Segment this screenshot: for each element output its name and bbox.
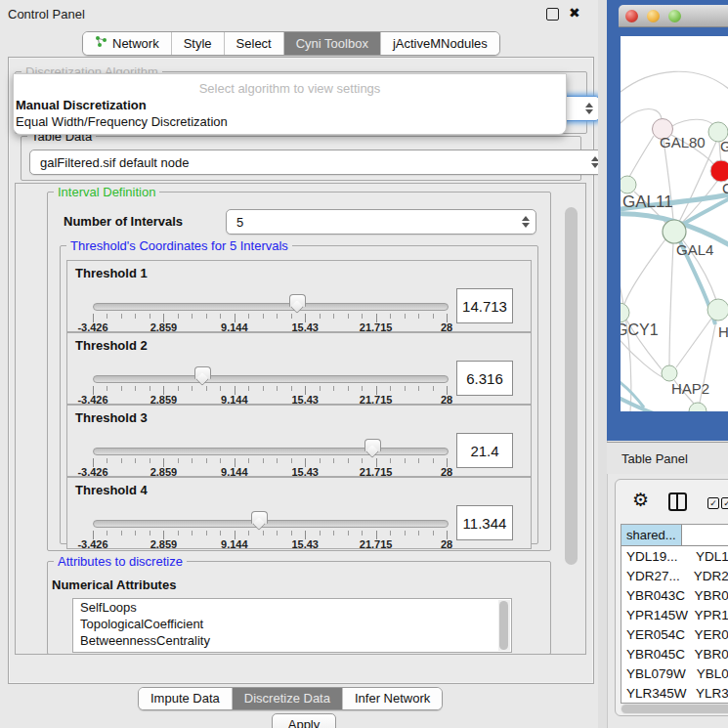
table-data-combobox[interactable]: galFiltered.sif default node [29, 150, 606, 175]
float-window-icon[interactable] [546, 8, 559, 21]
threshold-4-value[interactable]: 11.344 [456, 505, 513, 540]
threshold-2-thumb[interactable] [194, 366, 211, 379]
node-attribute-table[interactable]: shared... n YDL19...YDL1... YDR27...YDR2… [621, 524, 728, 704]
gear-icon[interactable]: ⚙ [632, 491, 649, 509]
cyni-toolbox-panel: Discretization Algorithm Table Data galF… [8, 57, 594, 684]
apply-button[interactable]: Apply [272, 713, 336, 728]
menu-item-equal-width-frequency[interactable]: Equal Width/Frequency Discretization [14, 114, 566, 129]
column-header-name[interactable]: n [682, 525, 728, 545]
tab-select[interactable]: Select [224, 32, 283, 55]
number-of-intervals-label: Number of Intervals [64, 214, 183, 229]
table-data-group: Table Data galFiltered.sif default node [21, 136, 581, 181]
application-root: Control Panel ✖ Network Style Select Cyn… [0, 0, 728, 728]
combo-arrows-icon [584, 103, 592, 114]
attributes-list[interactable]: SelfLoops TopologicalCoefficient Between… [72, 598, 512, 653]
table-row[interactable]: YBR043CYBR0... [621, 585, 728, 605]
table-panel-title: Table Panel [621, 451, 688, 466]
node-label: GAL11 [622, 193, 673, 211]
close-icon[interactable]: ✖ [569, 5, 580, 21]
node-label-partial: H [718, 323, 728, 340]
bottom-tab-bar: Impute Data Discretize Data Infer Networ… [138, 687, 443, 710]
control-panel-window: Control Panel ✖ Network Style Select Cyn… [0, 0, 598, 728]
tab-network-label: Network [112, 36, 159, 51]
combo-arrows-icon [590, 156, 598, 168]
threshold-3-slider[interactable] [93, 448, 449, 455]
thresholds-group: Threshold's Coordinates for 5 Intervals … [60, 245, 538, 544]
mac-minimize-icon[interactable] [647, 10, 660, 22]
tab-impute-data[interactable]: Impute Data [139, 688, 232, 709]
menu-item-manual-discretization[interactable]: Manual Discretization [14, 98, 566, 112]
mac-zoom-icon[interactable] [668, 10, 681, 22]
tab-impute-data-label: Impute Data [150, 691, 220, 706]
threshold-3-thumb[interactable] [364, 439, 381, 451]
interval-definition-group: Interval Definition Number of Intervals … [47, 192, 551, 551]
tab-cyni-toolbox[interactable]: Cyni Toolbox [283, 32, 380, 55]
threshold-3-value[interactable]: 21.4 [456, 433, 513, 468]
node [662, 365, 677, 381]
number-of-intervals-combobox[interactable]: 5 [226, 209, 536, 235]
vertical-scrollbar[interactable] [565, 207, 578, 565]
top-tab-bar: Network Style Select Cyni Toolbox jActiv… [82, 31, 500, 56]
list-item[interactable]: BetweennessCentrality [73, 632, 511, 649]
table-panel-header: Table Panel [607, 442, 728, 474]
tab-jactivemnodules[interactable]: jActiveMNodules [380, 32, 499, 55]
popup-hint-text: Select algorithm to view settings [14, 81, 566, 96]
tab-network[interactable]: Network [83, 32, 171, 55]
node-selected [710, 160, 728, 182]
checkbox-icon[interactable]: ✓ [721, 497, 728, 509]
table-row[interactable]: YDL19...YDL1... [621, 546, 728, 566]
tab-cyni-toolbox-label: Cyni Toolbox [296, 36, 368, 51]
table-row[interactable]: YDR27...YDR2... [621, 566, 728, 585]
node [621, 176, 636, 193]
tab-select-label: Select [236, 36, 272, 51]
threshold-1-panel: Threshold 1 -3.426 2.859 9.144 [66, 260, 532, 332]
threshold-2-label: Threshold 2 [75, 338, 148, 353]
threshold-2-value[interactable]: 6.316 [456, 361, 513, 396]
tab-discretize-data-label: Discretize Data [244, 691, 330, 706]
threshold-1-value[interactable]: 14.713 [456, 288, 513, 323]
table-row[interactable]: YPR145WYPR1... [621, 605, 728, 624]
table-row[interactable]: YLR345WYLR3... [621, 683, 728, 703]
threshold-1-thumb[interactable] [289, 294, 306, 307]
tab-discretize-data[interactable]: Discretize Data [232, 688, 342, 709]
list-item[interactable]: SelfLoops [73, 599, 511, 616]
table-row[interactable]: YER054CYER0... [621, 624, 728, 644]
table-row[interactable]: YBL079WYBL0... [621, 664, 728, 683]
tab-infer-network-label: Infer Network [355, 691, 430, 706]
node [621, 303, 629, 322]
horizontal-scrollbar[interactable] [621, 704, 728, 714]
list-item[interactable]: TopologicalCoefficient [73, 616, 511, 632]
checkbox-icon[interactable]: ✓ [707, 497, 719, 509]
node-label-partial: G [720, 138, 728, 154]
algorithm-dropdown-popup: Select algorithm to view settings Manual… [13, 73, 567, 135]
threshold-4-slider[interactable] [93, 520, 449, 528]
node-label: HAP2 [671, 380, 709, 397]
threshold-3-panel: Threshold 3 -3.426 2.859 9.144 [66, 405, 532, 477]
node-label: GAL4 [676, 241, 713, 258]
attributes-title: Attributes to discretize [54, 554, 187, 569]
panel-title: Control Panel [8, 7, 85, 21]
attributes-list-scrollbar[interactable] [498, 600, 510, 651]
table-panel-card: ⚙ ✓ ✓ shared... n YDL19...YDL1... YDR27.… [615, 479, 728, 716]
network-view-canvas[interactable]: GAL80 GAL11 GAL4 GCY1 HAP2 G C H [621, 36, 728, 411]
threshold-2-panel: Threshold 2 -3.426 2.859 9.144 [66, 332, 532, 405]
network-window-titlebar[interactable] [619, 5, 728, 27]
network-graph: GAL80 GAL11 GAL4 GCY1 HAP2 G C H [621, 36, 728, 411]
node [707, 299, 728, 321]
node-label: GCY1 [621, 321, 659, 338]
control-panel-titlebar: Control Panel ✖ [0, 0, 598, 27]
tab-infer-network[interactable]: Infer Network [342, 688, 442, 709]
tab-style[interactable]: Style [171, 32, 224, 55]
thresholds-title: Threshold's Coordinates for 5 Intervals [66, 238, 292, 253]
column-layout-icon[interactable] [668, 492, 687, 511]
threshold-1-slider[interactable] [93, 303, 449, 311]
threshold-3-label: Threshold 3 [75, 410, 148, 425]
node-label-partial: C [722, 180, 728, 196]
numerical-attributes-label: Numerical Attributes [52, 578, 176, 592]
column-header-shared-name[interactable]: shared... [621, 525, 682, 545]
threshold-4-thumb[interactable] [251, 511, 268, 524]
mac-close-icon[interactable] [625, 10, 638, 22]
node-label: GAL80 [660, 134, 706, 150]
table-row[interactable]: YBR045CYBR0... [621, 644, 728, 664]
threshold-2-slider[interactable] [93, 375, 449, 383]
